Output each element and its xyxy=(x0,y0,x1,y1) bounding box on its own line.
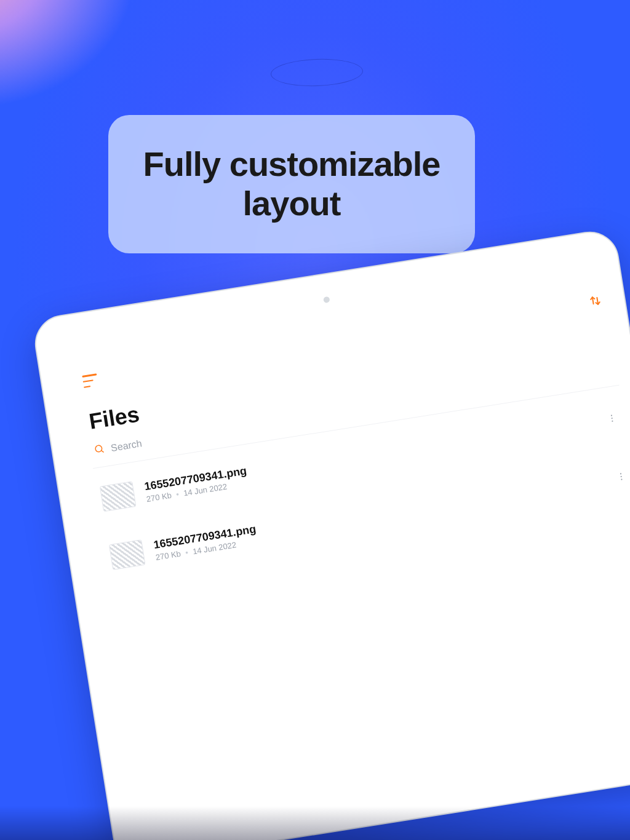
search-icon xyxy=(93,443,106,458)
svg-point-0 xyxy=(95,445,102,453)
tablet-body: Files 1655207709341.png 270 Kb xyxy=(31,228,630,840)
more-button[interactable] xyxy=(602,408,622,428)
menu-filter-icon[interactable] xyxy=(82,373,98,388)
headline-text: Fully customizable layout xyxy=(139,145,444,224)
bottom-shade xyxy=(0,806,630,840)
tablet-camera xyxy=(323,296,330,303)
svg-point-6 xyxy=(621,478,622,480)
svg-point-4 xyxy=(620,473,621,474)
headline-card: Fully customizable layout xyxy=(108,115,475,253)
more-button[interactable] xyxy=(612,467,630,486)
file-thumbnail xyxy=(100,481,137,512)
svg-point-3 xyxy=(612,421,613,422)
file-thumbnail xyxy=(109,539,146,570)
svg-point-5 xyxy=(620,476,621,477)
svg-point-1 xyxy=(611,414,612,416)
sort-icon[interactable] xyxy=(588,293,603,309)
svg-point-2 xyxy=(611,418,612,419)
tablet-mockup: Files 1655207709341.png 270 Kb xyxy=(31,228,630,840)
tablet-screen: Files 1655207709341.png 270 Kb xyxy=(78,287,630,840)
